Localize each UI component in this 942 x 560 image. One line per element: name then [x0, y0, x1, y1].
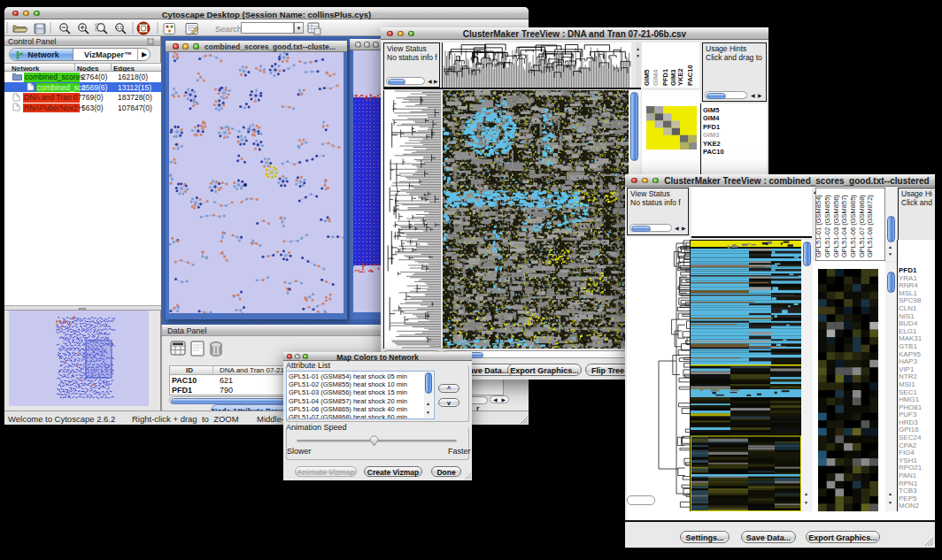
svg-text:GPL51-07 (GSM868): GPL51-07 (GSM868)	[858, 195, 866, 257]
svg-text:GPL51-02 (GSM855): GPL51-02 (GSM855)	[823, 195, 831, 257]
svg-text:GPL51-04 (GSM857): GPL51-04 (GSM857)	[840, 195, 848, 257]
svg-text:GPL51-08 (GSM872): GPL51-08 (GSM872)	[866, 195, 874, 257]
svg-text:PAC10: PAC10	[686, 65, 694, 86]
svg-text:GIM4: GIM4	[652, 69, 660, 86]
svg-text:1:1: 1:1	[117, 26, 123, 30]
svg-text:GIM5: GIM5	[643, 70, 651, 86]
svg-text:GPL51-03 (GSM856): GPL51-03 (GSM856)	[832, 195, 840, 257]
svg-text:PFD1: PFD1	[661, 69, 669, 86]
svg-text:GPL51-01 (GSM854): GPL51-01 (GSM854)	[815, 195, 822, 257]
svg-text:GPL51-06 (GSM865): GPL51-06 (GSM865)	[849, 195, 857, 257]
svg-text:YKE2: YKE2	[676, 68, 684, 86]
